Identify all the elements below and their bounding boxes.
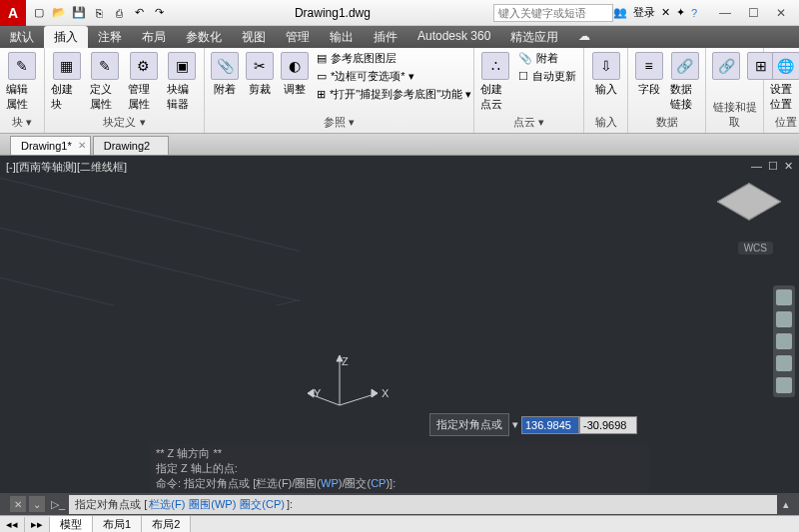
pc-autoupdate-checkbox[interactable]: ☐自动更新 <box>515 68 579 85</box>
ribbon-tab-addons[interactable]: 插件 <box>364 26 407 48</box>
qat-saveas-icon[interactable]: ⎘ <box>90 4 108 22</box>
menu-icon[interactable]: ▾ <box>509 418 521 431</box>
help-search-input[interactable] <box>493 4 613 22</box>
layout-prev-icon[interactable]: ◂◂ <box>0 517 25 532</box>
exchange-icon[interactable]: ✕ <box>661 6 670 19</box>
datalink-button[interactable]: 🔗数据链接 <box>668 50 701 114</box>
layout1-tab[interactable]: 布局1 <box>93 516 142 532</box>
import-button[interactable]: ⇩输入 <box>588 50 623 99</box>
close-button[interactable]: ✕ <box>767 3 795 23</box>
group-title-reference: 参照 ▾ <box>209 114 469 131</box>
pan-icon[interactable] <box>776 311 792 327</box>
ribbon-tab-extra-icon[interactable]: ☁ <box>568 26 600 48</box>
ribbon-tab-a360[interactable]: Autodesk 360 <box>407 26 500 48</box>
qat-undo-icon[interactable]: ↶ <box>130 4 148 22</box>
ribbon-tab-manage[interactable]: 管理 <box>276 26 320 48</box>
dynamic-prompt: 指定对角点或 <box>429 413 509 436</box>
showmotion-icon[interactable] <box>776 377 792 393</box>
group-title-location: 位置 <box>768 114 799 131</box>
vp-maximize-icon[interactable]: ☐ <box>768 160 778 173</box>
layout-next-icon[interactable]: ▸▸ <box>25 517 50 532</box>
view-cube[interactable] <box>719 176 779 236</box>
ribbon-tab-view[interactable]: 视图 <box>232 26 276 48</box>
infocenter-icon[interactable]: 👥 <box>613 6 627 19</box>
nav-wheel-icon[interactable] <box>776 289 792 305</box>
axis-y-label: Y <box>314 387 321 399</box>
vp-minimize-icon[interactable]: ― <box>751 160 762 173</box>
group-title-pointcloud: 点云 ▾ <box>478 114 579 131</box>
close-tab-icon[interactable]: ✕ <box>78 140 86 151</box>
window-title: Drawing1.dwg <box>172 6 493 20</box>
dynamic-x-input[interactable] <box>521 416 579 434</box>
layout-tabs: ◂◂ ▸▸ 模型 布局1 布局2 <box>0 515 799 532</box>
field-button[interactable]: ≡字段 <box>632 50 665 99</box>
qat-save-icon[interactable]: 💾 <box>70 4 88 22</box>
file-tab[interactable]: Drawing2 <box>93 136 169 155</box>
vp-close-icon[interactable]: ✕ <box>784 160 793 173</box>
titlebar: A ▢ 📂 💾 ⎘ ⎙ ↶ ↷ Drawing1.dwg 👥 登录 ✕ ✦ ? … <box>0 0 799 26</box>
ribbon-panel: ✎编辑属性 块 ▾ ▦创建块 ✎定义属性 ⚙管理属性 ▣块编辑器 块定义 ▾ 📎… <box>0 48 799 134</box>
favorites-icon[interactable]: ✦ <box>676 6 685 19</box>
group-title-link: 链接和提取 <box>710 99 759 131</box>
group-title-import: 输入 <box>588 114 623 131</box>
quick-access-toolbar: ▢ 📂 💾 ⎘ ⎙ ↶ ↷ <box>26 4 172 22</box>
create-block-button[interactable]: ▦创建块 <box>49 50 85 114</box>
zoom-icon[interactable] <box>776 333 792 349</box>
axis-z-label: Z <box>342 355 349 367</box>
ribbon-tab-parametric[interactable]: 参数化 <box>176 26 232 48</box>
command-line: ✕ ⌄ ▷_ 指定对角点或 [栏选(F) 圈围(WP) 圈交(CP)]: ▴ <box>0 493 799 515</box>
signin-button[interactable]: 登录 <box>633 5 655 20</box>
orbit-icon[interactable] <box>776 355 792 371</box>
app-logo[interactable]: A <box>0 0 26 26</box>
ribbon-tab-insert[interactable]: 插入 <box>44 26 88 48</box>
group-title-data: 数据 <box>632 114 701 131</box>
attach-button[interactable]: 📎附着 <box>209 50 241 99</box>
dynamic-input: 指定对角点或 ▾ <box>429 413 637 436</box>
cmd-close-icon[interactable]: ✕ <box>10 496 26 512</box>
svg-line-1 <box>0 266 300 305</box>
pc-attach-button[interactable]: 📎附着 <box>515 50 579 67</box>
qat-redo-icon[interactable]: ↷ <box>150 4 168 22</box>
svg-line-5 <box>0 266 300 305</box>
help-icon[interactable]: ? <box>691 7 697 19</box>
frames-dropdown[interactable]: ▭*边框可变选项* ▾ <box>314 68 474 85</box>
svg-line-3 <box>0 166 300 305</box>
clip-button[interactable]: ✂剪裁 <box>244 50 276 99</box>
ribbon-tab-featured[interactable]: 精选应用 <box>500 26 568 48</box>
underlay-layers-button[interactable]: ▤参考底图图层 <box>314 50 474 67</box>
hyperlink-button[interactable]: 🔗 <box>710 50 742 82</box>
block-editor-button[interactable]: ▣块编辑器 <box>165 50 201 114</box>
command-input[interactable]: 指定对角点或 [栏选(F) 圈围(WP) 圈交(CP)]: <box>69 495 777 514</box>
qat-new-icon[interactable]: ▢ <box>30 4 48 22</box>
svg-marker-12 <box>372 389 378 397</box>
dynamic-y-input[interactable] <box>579 416 637 434</box>
create-pointcloud-button[interactable]: ∴创建点云 <box>478 50 512 114</box>
file-tab[interactable]: Drawing1*✕ <box>10 136 91 155</box>
grid-lines <box>0 156 300 305</box>
set-location-button[interactable]: 🌐设置位置 <box>768 50 799 114</box>
svg-line-0 <box>0 216 300 305</box>
manage-attributes-button[interactable]: ⚙管理属性 <box>126 50 162 114</box>
minimize-button[interactable]: ― <box>711 3 739 23</box>
layout2-tab[interactable]: 布局2 <box>142 516 191 532</box>
cmd-expand-icon[interactable]: ▴ <box>777 498 795 511</box>
svg-line-4 <box>0 216 300 305</box>
svg-line-7 <box>0 166 300 305</box>
ribbon-tab-default[interactable]: 默认 <box>0 26 44 48</box>
wcs-indicator[interactable]: WCS <box>738 242 773 255</box>
maximize-button[interactable]: ☐ <box>739 3 767 23</box>
qat-print-icon[interactable]: ⎙ <box>110 4 128 22</box>
snap-underlay-dropdown[interactable]: ⊞*打开"捕捉到参考底图"功能 ▾ <box>314 86 474 103</box>
ribbon-tab-annotate[interactable]: 注释 <box>88 26 132 48</box>
drawing-viewport[interactable]: [-][西南等轴测][二维线框] ― ☐ ✕ WCS Z X Y 指定对角点或 … <box>0 156 799 493</box>
cmd-recent-icon[interactable]: ⌄ <box>29 496 45 512</box>
ribbon-tab-layout[interactable]: 布局 <box>132 26 176 48</box>
adjust-button[interactable]: ◐调整 <box>279 50 311 99</box>
ribbon-tab-output[interactable]: 输出 <box>320 26 364 48</box>
qat-open-icon[interactable]: 📂 <box>50 4 68 22</box>
axis-x-label: X <box>382 387 389 399</box>
define-attributes-button[interactable]: ✎定义属性 <box>88 50 124 114</box>
edit-attributes-button[interactable]: ✎编辑属性 <box>4 50 40 114</box>
viewport-label[interactable]: [-][西南等轴测][二维线框] <box>6 160 127 175</box>
model-tab[interactable]: 模型 <box>50 516 93 532</box>
